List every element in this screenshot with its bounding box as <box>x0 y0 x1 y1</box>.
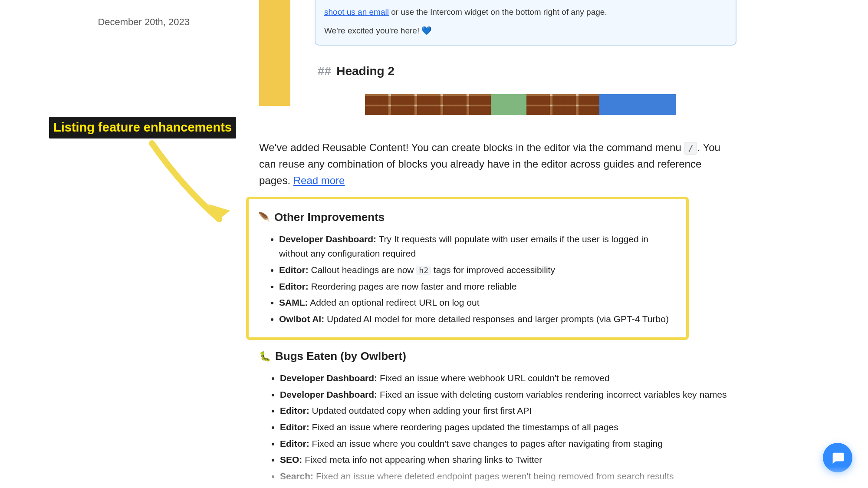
read-more-link[interactable]: Read more <box>293 175 345 186</box>
list-item: Search: Fixed an issue where reindexing … <box>280 485 736 488</box>
main-column: shoot us an email or use the Intercom wi… <box>259 0 736 488</box>
bugs-heading: 🐛 Bugs Eaten (by Owlbert) <box>259 348 736 365</box>
command-key: / <box>684 142 697 155</box>
brick-texture <box>526 94 599 115</box>
list-item: Search: Fixed an issue where deleted end… <box>280 469 736 484</box>
bugs-section: 🐛 Bugs Eaten (by Owlbert) Developer Dash… <box>259 348 736 488</box>
preview-image-strip <box>365 94 676 115</box>
list-item: Editor: Fixed an issue where you couldn'… <box>280 436 736 451</box>
sidebar: December 20th, 2023 <box>0 0 259 29</box>
improvements-heading-text: Other Improvements <box>274 209 385 226</box>
heading-sample: ## Heading 2 <box>318 62 736 80</box>
heading2-text: Heading 2 <box>336 62 395 80</box>
green-panel <box>491 94 526 115</box>
improvements-list: Developer Dashboard: Try It requests wil… <box>258 232 674 326</box>
intro-text: We've added Reusable Content! You can cr… <box>259 142 684 153</box>
preview-text: or use the Intercom widget on the bottom… <box>389 7 607 16</box>
list-item: Owlbot AI: Updated AI model for more det… <box>279 312 674 326</box>
annotation-arrow-icon <box>143 139 243 234</box>
list-item: Editor: Callout headings are now h2 tags… <box>279 263 674 277</box>
intercom-launcher[interactable] <box>823 443 852 472</box>
heart-icon: 💙 <box>421 26 432 35</box>
list-item: Developer Dashboard: Fixed an issue wher… <box>280 371 736 386</box>
list-item: Developer Dashboard: Try It requests wil… <box>279 232 674 261</box>
list-item: Developer Dashboard: Fixed an issue with… <box>280 387 736 402</box>
svg-marker-0 <box>208 204 230 219</box>
feather-icon: 🪶 <box>258 210 270 224</box>
intro-paragraph: We've added Reusable Content! You can cr… <box>259 139 736 189</box>
improvements-heading: 🪶 Other Improvements <box>258 209 674 226</box>
improvements-highlight-box: 🪶 Other Improvements Developer Dashboard… <box>246 197 689 340</box>
brick-texture <box>365 94 491 115</box>
bug-icon: 🐛 <box>259 349 271 363</box>
bugs-list: Developer Dashboard: Fixed an issue wher… <box>259 371 736 488</box>
email-link[interactable]: shoot us an email <box>324 7 389 16</box>
chat-icon <box>830 450 845 465</box>
list-item: Editor: Reordering pages are now faster … <box>279 279 674 294</box>
list-item: SEO: Fixed meta info not appearing when … <box>280 452 736 467</box>
changelog-date: December 20th, 2023 <box>0 15 190 29</box>
list-item: SAML: Added an optional redirect URL on … <box>279 295 674 310</box>
annotation-callout: Listing feature enhancements <box>49 117 236 138</box>
bugs-heading-text: Bugs Eaten (by Owlbert) <box>275 348 406 365</box>
list-item: Editor: Fixed an issue where reordering … <box>280 420 736 435</box>
preview-card: shoot us an email or use the Intercom wi… <box>315 0 736 46</box>
list-item: Editor: Updated outdated copy when addin… <box>280 403 736 418</box>
highlight-strip <box>259 0 290 106</box>
excited-text: We're excited you're here! <box>324 26 421 35</box>
hash-marker: ## <box>318 62 331 80</box>
blue-panel <box>599 94 676 115</box>
inline-code: h2 <box>416 266 431 275</box>
